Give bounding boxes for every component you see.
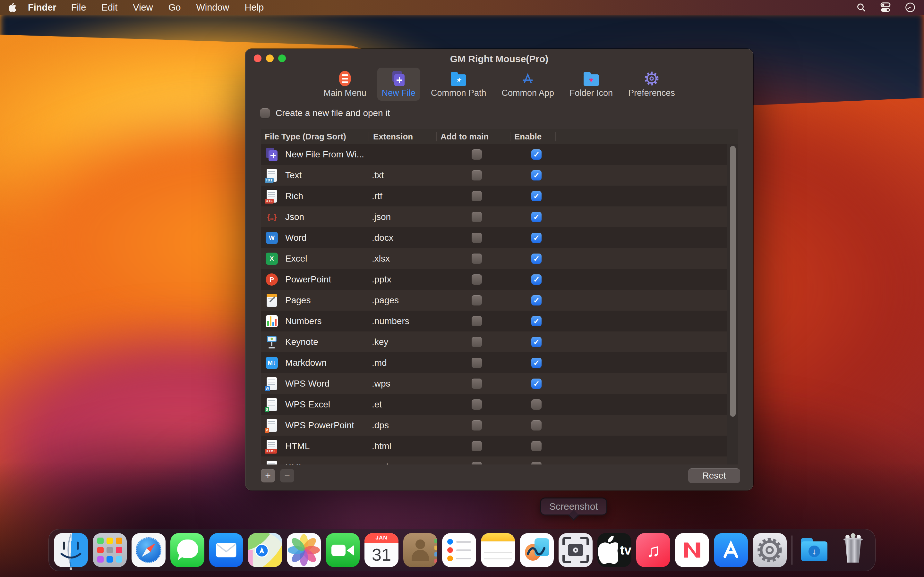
dock-icon-maps[interactable] xyxy=(248,533,282,567)
dock-icon-system-settings[interactable] xyxy=(753,533,787,567)
dock-icon-appstore[interactable] xyxy=(714,533,748,567)
table-row-powerpoint[interactable]: PPowerPoint.pptx xyxy=(261,269,727,290)
enable-checkbox[interactable] xyxy=(531,358,541,368)
reset-button[interactable]: Reset xyxy=(688,468,740,483)
dock-icon-photos[interactable] xyxy=(287,533,321,567)
add-to-main-menu-checkbox[interactable] xyxy=(472,191,482,201)
enable-checkbox[interactable] xyxy=(531,253,541,264)
enable-checkbox[interactable] xyxy=(531,316,541,326)
table-row-pages[interactable]: Pages.pages xyxy=(261,290,727,311)
tab-common-app[interactable]: Common App xyxy=(497,68,559,101)
table-row-html[interactable]: HTMLHTML.html xyxy=(261,436,727,456)
add-button[interactable]: + xyxy=(261,469,275,482)
menu-edit[interactable]: Edit xyxy=(102,2,118,13)
table-row-json[interactable]: {..}Json.json xyxy=(261,206,727,227)
create-file-checkbox[interactable] xyxy=(260,108,270,118)
menu-view[interactable]: View xyxy=(133,2,153,13)
add-to-main-menu-checkbox[interactable] xyxy=(472,253,482,264)
enable-checkbox[interactable] xyxy=(531,170,541,181)
column-header-extension[interactable]: Extension xyxy=(369,131,437,142)
dock-icon-notes[interactable] xyxy=(481,533,515,567)
dock-icon-freeform[interactable] xyxy=(520,533,554,567)
scrollbar-thumb[interactable] xyxy=(730,146,736,417)
menu-window[interactable]: Window xyxy=(196,2,229,13)
enable-checkbox[interactable] xyxy=(531,379,541,389)
column-header-add-to-main-menu[interactable]: Add to main menu xyxy=(437,131,510,142)
add-to-main-menu-checkbox[interactable] xyxy=(472,149,482,160)
add-to-main-menu-checkbox[interactable] xyxy=(472,295,482,306)
dock-icon-downloads[interactable]: ↓ xyxy=(797,533,831,567)
spotlight-search-icon[interactable] xyxy=(856,2,866,13)
enable-checkbox[interactable] xyxy=(531,295,541,306)
table-row-markdown[interactable]: M↓Markdown.md xyxy=(261,352,727,373)
remove-button[interactable]: − xyxy=(280,469,294,482)
enable-checkbox[interactable] xyxy=(531,149,541,160)
table-row-xml[interactable]: XMLXML.xml xyxy=(261,456,727,464)
dock-icon-messages[interactable] xyxy=(170,533,204,567)
column-header-enable[interactable]: Enable xyxy=(510,131,556,142)
add-to-main-menu-checkbox[interactable] xyxy=(472,316,482,326)
dock-icon-launchpad[interactable] xyxy=(93,533,127,567)
create-new-file-option[interactable]: Create a new file and open it xyxy=(260,108,390,118)
add-to-main-menu-checkbox[interactable] xyxy=(472,441,482,451)
tab-folder-icon[interactable]: Folder Icon xyxy=(565,68,617,101)
dock-icon-finder[interactable] xyxy=(54,533,88,567)
dock-icon-news[interactable] xyxy=(675,533,709,567)
table-row-text[interactable]: TXTText.txt xyxy=(261,165,727,185)
table-row-wps-excel[interactable]: SWPS Excel.et xyxy=(261,394,727,415)
enable-checkbox[interactable] xyxy=(531,191,541,201)
enable-checkbox[interactable] xyxy=(531,337,541,347)
dock-icon-reminders[interactable] xyxy=(442,533,476,567)
dock-icon-calendar[interactable]: JAN31 xyxy=(365,533,399,567)
clock-status-icon[interactable] xyxy=(905,2,916,13)
table-row-word[interactable]: WWord.docx xyxy=(261,227,727,248)
add-to-main-menu-checkbox[interactable] xyxy=(472,337,482,347)
enable-checkbox[interactable] xyxy=(531,441,541,451)
enable-checkbox[interactable] xyxy=(531,274,541,285)
tab-common-path[interactable]: Common Path xyxy=(426,68,491,101)
dock-icon-safari[interactable] xyxy=(132,533,166,567)
tab-main-menu[interactable]: Main Menu xyxy=(319,68,371,101)
table-row-rich[interactable]: RTFRich.rtf xyxy=(261,185,727,206)
table-row-wps-powerpoint[interactable]: PWPS PowerPoint.dps xyxy=(261,415,727,436)
enable-checkbox[interactable] xyxy=(531,400,541,410)
dock-icon-mail[interactable] xyxy=(209,533,243,567)
tab-preferences[interactable]: Preferences xyxy=(624,68,680,101)
scrollbar-track[interactable] xyxy=(727,144,738,464)
table-row-wps-word[interactable]: WWPS Word.wps xyxy=(261,373,727,394)
enable-checkbox[interactable] xyxy=(531,420,541,430)
table-row-excel[interactable]: XExcel.xlsx xyxy=(261,248,727,269)
add-to-main-menu-checkbox[interactable] xyxy=(472,212,482,222)
add-to-main-menu-checkbox[interactable] xyxy=(472,233,482,243)
control-center-icon[interactable] xyxy=(880,2,891,13)
add-to-main-menu-checkbox[interactable] xyxy=(472,358,482,368)
enable-checkbox[interactable] xyxy=(531,462,541,465)
apple-menu[interactable] xyxy=(8,3,16,12)
table-row-new-file-from-wi[interactable]: New File From Wi... xyxy=(261,144,727,165)
menu-go[interactable]: Go xyxy=(168,2,181,13)
dock-icon-screenshot[interactable] xyxy=(559,533,593,567)
column-header-file-type-drag-sort[interactable]: File Type (Drag Sort) xyxy=(261,131,369,142)
add-to-main-menu-checkbox[interactable] xyxy=(472,420,482,430)
dock-icon-appletv[interactable]: tv xyxy=(598,533,632,567)
enable-checkbox[interactable] xyxy=(531,233,541,243)
add-to-main-menu-checkbox[interactable] xyxy=(472,462,482,465)
add-to-main-menu-checkbox[interactable] xyxy=(472,400,482,410)
dock-icon-facetime[interactable] xyxy=(326,533,360,567)
menu-help[interactable]: Help xyxy=(245,2,264,13)
file-type-name: Word xyxy=(285,233,306,243)
add-to-main-menu-checkbox[interactable] xyxy=(472,379,482,389)
menu-file[interactable]: File xyxy=(71,2,86,13)
add-to-main-menu-checkbox[interactable] xyxy=(472,274,482,285)
json-file-icon: {..} xyxy=(265,210,279,224)
tab-new-file[interactable]: New File xyxy=(377,68,420,101)
add-to-main-menu-checkbox[interactable] xyxy=(472,170,482,181)
enable-checkbox[interactable] xyxy=(531,212,541,222)
table-row-keynote[interactable]: Keynote.key xyxy=(261,332,727,352)
table-row-numbers[interactable]: Numbers.numbers xyxy=(261,311,727,332)
dock-icon-contacts[interactable] xyxy=(403,533,437,567)
dock-icon-trash[interactable] xyxy=(836,533,870,567)
dock-icon-music[interactable]: ♫ xyxy=(636,533,670,567)
dock: JAN31tv♫↓ xyxy=(48,529,876,571)
app-menu-finder[interactable]: Finder xyxy=(28,2,57,13)
